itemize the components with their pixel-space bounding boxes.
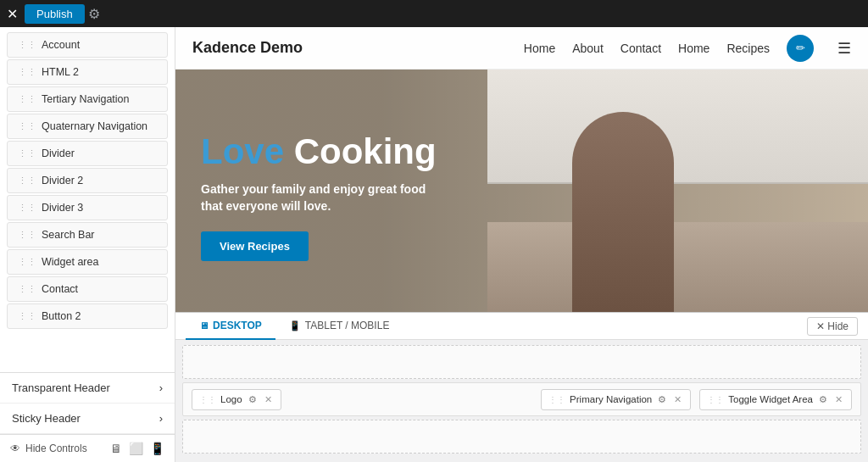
- drag-handle-icon: ⋮⋮: [199, 395, 216, 404]
- tab-tablet-label: TABLET / MOBILE: [305, 320, 390, 331]
- person-silhouette: [572, 112, 674, 312]
- sidebar-item-label-divider2: Divider 2: [42, 175, 83, 186]
- nav-home[interactable]: Home: [524, 42, 555, 55]
- sidebar-item-label-account: Account: [42, 39, 80, 51]
- top-bar: ✕ Publish ⚙: [0, 0, 868, 27]
- drag-icon-divider3: ⋮⋮: [18, 203, 36, 214]
- primary-nav-remove-button[interactable]: ✕: [672, 393, 683, 406]
- drag-icon-html2: ⋮⋮: [18, 67, 36, 78]
- sidebar-item-divider[interactable]: ⋮⋮Divider: [7, 141, 168, 166]
- drag-icon-quaternary-nav: ⋮⋮: [18, 121, 36, 132]
- drag-icon-search-bar: ⋮⋮: [18, 230, 36, 241]
- sidebar-item-label-html2: HTML 2: [42, 66, 79, 78]
- toggle-widget-remove-button[interactable]: ✕: [833, 393, 844, 406]
- hero-cta-button[interactable]: View Recipes: [201, 231, 309, 261]
- site-header: Kadence Demo Home About Contact Home Rec…: [175, 27, 868, 70]
- sidebar-item-account[interactable]: ⋮⋮Account: [7, 32, 168, 58]
- tablet-tab-icon: 📱: [289, 320, 301, 331]
- publish-button[interactable]: Publish: [25, 4, 85, 24]
- sidebar-item-label-divider: Divider: [42, 148, 75, 159]
- eye-icon: 👁: [10, 443, 20, 454]
- sidebar-item-tertiary-nav[interactable]: ⋮⋮Tertiary Navigation: [7, 86, 168, 112]
- hide-controls-button[interactable]: 👁 Hide Controls: [10, 443, 87, 454]
- desktop-tab-icon: 🖥: [199, 320, 209, 331]
- nav-hamburger-icon[interactable]: ☰: [837, 39, 851, 58]
- sidebar-items-list: ⋮⋮Account⋮⋮HTML 2⋮⋮Tertiary Navigation⋮⋮…: [0, 27, 175, 372]
- sidebar-section-transparent-header[interactable]: Transparent Header ›: [0, 373, 175, 404]
- tab-tablet-mobile[interactable]: 📱 TABLET / MOBILE: [275, 313, 403, 340]
- hero-title-love: Love: [201, 131, 284, 171]
- desktop-icon-button[interactable]: 🖥: [110, 442, 122, 455]
- nav-recipes[interactable]: Recipes: [726, 42, 770, 55]
- settings-button[interactable]: ⚙: [88, 6, 100, 22]
- builder-tabs: 🖥 DESKTOP 📱 TABLET / MOBILE ✕ Hide: [175, 313, 868, 340]
- close-button[interactable]: ✕: [7, 6, 18, 22]
- kitchen-counter: [487, 222, 868, 312]
- sidebar-section-sticky-header[interactable]: Sticky Header ›: [0, 404, 175, 434]
- logo-widget-label: Logo: [220, 394, 242, 404]
- sidebar-item-label-contact: Contact: [42, 283, 78, 295]
- sidebar-item-label-quaternary-nav: Quaternary Navigation: [42, 120, 147, 132]
- drag-handle-icon-2: ⋮⋮: [548, 395, 565, 404]
- primary-nav-widget-label: Primary Navigation: [570, 394, 652, 404]
- toggle-widget-label: Toggle Widget Area: [728, 394, 813, 404]
- tablet-icon-button[interactable]: ⬜: [129, 442, 143, 455]
- tab-desktop-label: DESKTOP: [213, 320, 262, 331]
- logo-widget[interactable]: ⋮⋮ Logo ⚙ ✕: [192, 389, 281, 410]
- drag-icon-divider2: ⋮⋮: [18, 175, 36, 186]
- nav-contact[interactable]: Contact: [620, 42, 661, 55]
- main-layout: ⋮⋮Account⋮⋮HTML 2⋮⋮Tertiary Navigation⋮⋮…: [0, 27, 868, 462]
- builder-row-main: ⋮⋮ Logo ⚙ ✕ ⋮⋮ Primary Navigation ⚙ ✕ ⋮⋮: [182, 382, 861, 416]
- logo-remove-button[interactable]: ✕: [263, 393, 274, 406]
- primary-nav-settings-button[interactable]: ⚙: [656, 393, 668, 406]
- tab-desktop[interactable]: 🖥 DESKTOP: [186, 313, 275, 340]
- hide-button[interactable]: ✕ Hide: [807, 317, 858, 336]
- drag-icon-tertiary-nav: ⋮⋮: [18, 94, 36, 105]
- gear-icon: ⚙: [88, 7, 100, 21]
- drag-icon-button2: ⋮⋮: [18, 311, 36, 322]
- header-builder: ⋮⋮ Logo ⚙ ✕ ⋮⋮ Primary Navigation ⚙ ✕ ⋮⋮: [175, 340, 868, 462]
- hero-title-cooking: Cooking: [284, 131, 437, 171]
- sidebar-item-divider3[interactable]: ⋮⋮Divider 3: [7, 195, 168, 220]
- hero-section: Love Cooking Gather your family and enjo…: [175, 70, 868, 312]
- drag-icon-contact: ⋮⋮: [18, 284, 36, 295]
- sidebar-item-divider2[interactable]: ⋮⋮Divider 2: [7, 168, 168, 193]
- toggle-widget-settings-button[interactable]: ⚙: [817, 393, 829, 406]
- nav-home2[interactable]: Home: [678, 42, 709, 55]
- drag-icon-divider: ⋮⋮: [18, 148, 36, 159]
- right-content: Kadence Demo Home About Contact Home Rec…: [175, 27, 868, 462]
- site-nav: Home About Contact Home Recipes ✏ ☰: [524, 35, 851, 62]
- sidebar-item-quaternary-nav[interactable]: ⋮⋮Quaternary Navigation: [7, 114, 168, 139]
- transparent-header-label: Transparent Header: [12, 381, 110, 394]
- nav-about[interactable]: About: [572, 42, 604, 55]
- left-sidebar: ⋮⋮Account⋮⋮HTML 2⋮⋮Tertiary Navigation⋮⋮…: [0, 27, 175, 462]
- hero-title: Love Cooking: [201, 132, 438, 171]
- sidebar-footer: Transparent Header › Sticky Header ›: [0, 372, 175, 434]
- primary-nav-widget[interactable]: ⋮⋮ Primary Navigation ⚙ ✕: [541, 389, 691, 410]
- logo-settings-button[interactable]: ⚙: [247, 393, 259, 406]
- nav-edit-icon[interactable]: ✏: [787, 35, 814, 62]
- builder-row-bottom: [182, 420, 861, 454]
- sidebar-item-widget-area[interactable]: ⋮⋮Widget area: [7, 249, 168, 275]
- drag-handle-icon-3: ⋮⋮: [707, 395, 724, 404]
- sidebar-item-contact[interactable]: ⋮⋮Contact: [7, 276, 168, 302]
- builder-area: 🖥 DESKTOP 📱 TABLET / MOBILE ✕ Hide: [175, 312, 868, 462]
- hero-subtitle: Gather your family and enjoy great food …: [201, 181, 438, 214]
- toggle-widget-widget[interactable]: ⋮⋮ Toggle Widget Area ⚙ ✕: [699, 389, 852, 410]
- sidebar-item-label-button2: Button 2: [42, 310, 81, 322]
- kitchen-cabinet: [487, 70, 868, 184]
- drag-icon-widget-area: ⋮⋮: [18, 257, 36, 268]
- chevron-right-icon-2: ›: [159, 412, 163, 425]
- website-preview: Kadence Demo Home About Contact Home Rec…: [175, 27, 868, 312]
- mobile-icon-button[interactable]: 📱: [150, 442, 164, 455]
- hero-content: Love Cooking Gather your family and enjo…: [175, 107, 464, 287]
- sidebar-item-label-widget-area: Widget area: [42, 256, 98, 268]
- sidebar-item-html2[interactable]: ⋮⋮HTML 2: [7, 59, 168, 85]
- bottom-controls: 👁 Hide Controls 🖥 ⬜ 📱: [0, 434, 175, 462]
- hide-controls-label: Hide Controls: [25, 443, 87, 454]
- close-icon: ✕: [7, 6, 18, 22]
- sidebar-item-search-bar[interactable]: ⋮⋮Search Bar: [7, 222, 168, 248]
- tabs-left: 🖥 DESKTOP 📱 TABLET / MOBILE: [186, 313, 403, 339]
- chevron-right-icon: ›: [159, 381, 163, 394]
- sidebar-item-button2[interactable]: ⋮⋮Button 2: [7, 303, 168, 329]
